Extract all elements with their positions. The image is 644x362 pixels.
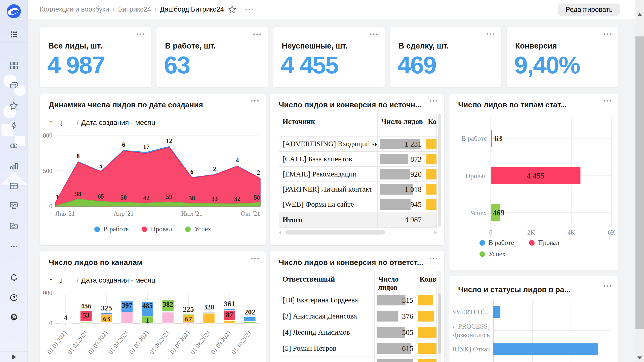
page-scroll-thumb[interactable] bbox=[635, 36, 644, 329]
kpi-value: 4 455 bbox=[281, 51, 338, 79]
card-menu-icon[interactable] bbox=[603, 285, 611, 287]
svg-text:6: 6 bbox=[190, 168, 193, 175]
chart-legend: В работе Провал Успех bbox=[40, 225, 266, 233]
svg-text:?: ? bbox=[12, 295, 15, 300]
svg-text:4: 4 bbox=[64, 314, 67, 322]
tables-icon[interactable] bbox=[0, 178, 28, 194]
functions-lightning-icon[interactable] bbox=[0, 118, 28, 134]
card-menu-icon[interactable] bbox=[251, 100, 259, 102]
sort-desc-icon[interactable]: ↓ bbox=[59, 276, 63, 285]
svg-text:[IN_PROCESS]: [IN_PROCESS] bbox=[453, 323, 490, 330]
connections-icon[interactable] bbox=[0, 138, 28, 154]
collections-icon[interactable] bbox=[0, 77, 28, 94]
legend-label: В работе bbox=[103, 225, 129, 233]
kpi-value: 4 987 bbox=[47, 51, 105, 79]
scroll-left-arrow-icon[interactable] bbox=[279, 231, 281, 234]
svg-text:01.06.2021: 01.06.2021 bbox=[148, 329, 171, 355]
svg-text:59: 59 bbox=[166, 193, 172, 200]
channels-chart-svg: 401.01.20215345601.02.20216332501.03.202… bbox=[42, 289, 263, 362]
drilldown-label[interactable]: Дата создания - месяц bbox=[81, 276, 155, 284]
svg-text:6K: 6K bbox=[608, 229, 615, 236]
table-vertical-scrollbar[interactable] bbox=[438, 271, 441, 362]
edit-button[interactable]: Редактировать bbox=[558, 4, 620, 16]
card-menu-icon[interactable] bbox=[430, 258, 437, 259]
column-header-source[interactable]: Источник bbox=[279, 113, 378, 136]
source-name: [WEB] Форма на сайте bbox=[279, 197, 378, 212]
page-scrollbar[interactable] bbox=[635, 0, 644, 362]
dashboard-more-menu-icon[interactable] bbox=[246, 9, 253, 10]
svg-text:0: 0 bbox=[49, 320, 53, 327]
table-row: [WEB] Форма на сайте 945 bbox=[279, 197, 436, 212]
datalens-logo-icon[interactable] bbox=[7, 4, 21, 19]
table-row: [EMAIL] Рекомендации 920 bbox=[279, 167, 436, 182]
card-menu-icon[interactable] bbox=[137, 33, 144, 35]
leads-value: 649 bbox=[402, 360, 413, 362]
favorites-star-icon[interactable] bbox=[0, 98, 28, 114]
table-horizontal-scrollbar[interactable] bbox=[279, 230, 437, 235]
svg-text:[JUNK] Отказ: [JUNK] Отказ bbox=[453, 345, 490, 353]
card-menu-icon[interactable] bbox=[251, 258, 259, 259]
sort-control: ↑ ↓ / Дата создания - месяц bbox=[49, 274, 155, 286]
svg-text:[CONVERTED]...: [CONVERTED]... bbox=[453, 308, 490, 316]
legend-item-proval[interactable]: Провал bbox=[529, 239, 559, 247]
charts-icon[interactable] bbox=[0, 158, 28, 174]
breadcrumb-separator: / bbox=[113, 6, 115, 13]
chart-title: Динамика числа лидов по дате создания bbox=[49, 101, 203, 109]
card-leads-by-responsible: Число лидов и конверсия по ответст... От… bbox=[270, 251, 444, 362]
scroll-down-arrow-icon[interactable] bbox=[637, 356, 642, 359]
legend-item-uspeh[interactable]: Успех bbox=[185, 225, 211, 233]
svg-text:50: 50 bbox=[254, 194, 260, 201]
column-header-conversion[interactable]: Конверсия bbox=[424, 113, 437, 136]
svg-text:Дозвонились: Дозвонились bbox=[453, 331, 490, 339]
more-icon[interactable] bbox=[0, 238, 28, 254]
card-leads-statuses: Число и статусы лидов в ра... [CONVERTED… bbox=[449, 276, 618, 362]
legend-item-uspeh[interactable]: Успех bbox=[479, 250, 505, 258]
breadcrumb-workbook[interactable]: Битрикс24 bbox=[118, 6, 151, 13]
card-menu-icon[interactable] bbox=[370, 33, 378, 35]
drilldown-label[interactable]: Дата создания - месяц bbox=[81, 119, 155, 127]
legend-item-v-rabote[interactable]: В работе bbox=[94, 225, 129, 233]
monitoring-icon[interactable] bbox=[0, 198, 28, 214]
svg-text:202: 202 bbox=[245, 308, 256, 316]
drilldown-slash: / bbox=[77, 119, 79, 127]
column-header-conversion[interactable]: Конверсия bbox=[416, 271, 437, 292]
kpi-title: В сделку, шт. bbox=[398, 41, 449, 51]
notifications-bell-icon[interactable] bbox=[0, 269, 28, 286]
svg-text:0: 0 bbox=[489, 229, 493, 236]
statuses-chart-svg: [CONVERTED]...[IN_PROCESS]Дозвонились[JU… bbox=[453, 300, 615, 362]
card-leads-by-status-type: Число лидов по типам стат... 634 455469В… bbox=[449, 94, 618, 270]
card-menu-icon[interactable] bbox=[487, 33, 494, 35]
leads-value: 1 018 bbox=[405, 185, 422, 194]
card-menu-icon[interactable] bbox=[603, 33, 611, 35]
table-row: [PARTNER] Личный контакт 1 018 bbox=[279, 182, 436, 197]
svg-text:320: 320 bbox=[204, 303, 215, 311]
sort-asc-icon[interactable]: ↑ bbox=[49, 118, 53, 127]
responsible-name: [3] Анастасия Денисова bbox=[279, 308, 375, 324]
scroll-right-arrow-icon[interactable] bbox=[434, 231, 437, 234]
svg-text:01.05.2021: 01.05.2021 bbox=[128, 329, 151, 355]
pages-icon[interactable] bbox=[0, 57, 28, 73]
scroll-up-arrow-icon[interactable] bbox=[637, 13, 642, 16]
divider bbox=[70, 117, 70, 128]
sidebar-expand-button[interactable] bbox=[0, 351, 28, 362]
column-header-leads[interactable]: Число лидов bbox=[378, 113, 424, 136]
apps-grid-icon[interactable] bbox=[0, 26, 28, 42]
legend-item-proval[interactable]: Провал bbox=[142, 225, 172, 233]
card-menu-icon[interactable] bbox=[253, 33, 261, 35]
help-icon[interactable]: ? bbox=[0, 290, 28, 306]
settings-gear-icon[interactable] bbox=[0, 309, 28, 325]
column-header-leads[interactable]: Число лидов bbox=[375, 271, 416, 292]
table-vertical-scrollbar[interactable] bbox=[438, 114, 441, 227]
card-menu-icon[interactable] bbox=[603, 100, 611, 102]
column-header-responsible[interactable]: Ответственный bbox=[279, 271, 375, 292]
card-menu-icon[interactable] bbox=[430, 100, 437, 102]
legend-item-v-rabote[interactable]: В работе bbox=[479, 239, 514, 247]
legend-label: Провал bbox=[538, 239, 559, 247]
favorite-star-icon[interactable] bbox=[228, 5, 236, 14]
scroll-thumb[interactable] bbox=[285, 230, 385, 235]
sort-asc-icon[interactable]: ↑ bbox=[49, 276, 53, 285]
svg-text:01.01.2021: 01.01.2021 bbox=[46, 329, 69, 355]
sort-desc-icon[interactable]: ↓ bbox=[59, 118, 63, 127]
breadcrumb-collections[interactable]: Коллекции и воркбуки bbox=[40, 6, 109, 13]
storage-folder-icon[interactable] bbox=[0, 218, 28, 234]
